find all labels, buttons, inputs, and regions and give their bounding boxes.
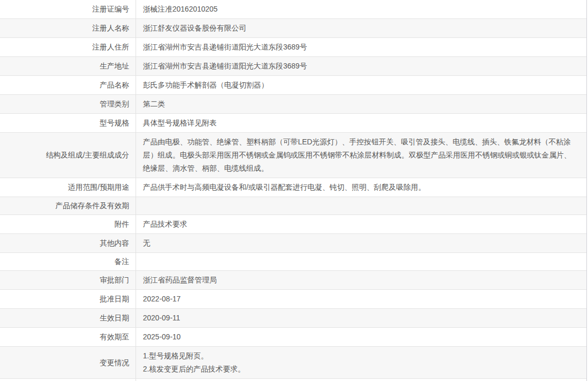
row-value: 1.型号规格见附页。 2.核发变更后的产品技术要求。 [136,347,586,378]
row-label: 附件 [0,215,136,233]
table-row-change-status: 变更情况 1.型号规格见附页。 2.核发变更后的产品技术要求。 [0,347,586,379]
row-value: 2025-09-10 [136,328,586,346]
table-row-note: 注 详情 [0,379,586,381]
table-row-certificate-number: 注册证编号 浙械注准20162010205 [0,0,586,19]
table-row-remarks: 备注 [0,253,586,271]
row-value: 第二类 [136,95,586,113]
table-row-expiry-date: 有效期至 2025-09-10 [0,328,586,347]
row-label: 有效期至 [0,328,136,346]
table-row-registrant-name: 注册人名称 浙江舒友仪器设备股份有限公司 [0,19,586,38]
row-label: 适用范围/预期用途 [0,178,136,197]
row-label: 注册人住所 [0,38,136,56]
table-row-structure-composition: 结构及组成/主要组成成分 产品由电极、功能管、绝缘管、塑料柄部（可带LED光源灯… [0,133,586,178]
row-label: 型号规格 [0,114,136,132]
table-row-management-category: 管理类别 第二类 [0,95,586,114]
row-label: 注 [0,379,136,381]
row-label: 产品名称 [0,76,136,94]
row-value: 浙江舒友仪器设备股份有限公司 [136,19,586,37]
row-label: 其他内容 [0,234,136,252]
row-value: 产品技术要求 [136,215,586,233]
row-label: 备注 [0,253,136,270]
row-label: 管理类别 [0,95,136,113]
row-value: 彭氏多功能手术解剖器（电凝切割器） [136,76,586,94]
row-value: 产品供手术时与高频电凝设备和/或吸引器配套进行电凝、钝切、照明、刮爬及吸除用。 [136,178,586,197]
row-value: 无 [136,234,586,252]
row-label: 注册人名称 [0,19,136,37]
table-row-product-name: 产品名称 彭氏多功能手术解剖器（电凝切割器） [0,76,586,95]
table-row-other-content: 其他内容 无 [0,234,586,253]
table-row-effective-date: 生效日期 2020-09-11 [0,309,586,328]
row-value: 2020-09-11 [136,309,586,327]
row-value [136,259,586,265]
row-value: 详情 [136,379,586,381]
table-row-approval-department: 审批部门 浙江省药品监督管理局 [0,271,586,290]
row-value: 浙江省药品监督管理局 [136,271,586,289]
table-row-storage-validity: 产品储存条件及有效期 [0,197,586,215]
row-value: 浙江省湖州市安吉县递铺街道阳光大道东段3689号 [136,57,586,75]
table-row-production-address: 生产地址 浙江省湖州市安吉县递铺街道阳光大道东段3689号 [0,57,586,76]
row-value [136,203,586,209]
table-row-attachments: 附件 产品技术要求 [0,215,586,234]
registration-info-table: 注册证编号 浙械注准20162010205 注册人名称 浙江舒友仪器设备股份有限… [0,0,587,381]
table-row-approval-date: 批准日期 2022-08-17 [0,290,586,309]
row-value: 2022-08-17 [136,290,586,308]
table-row-model-spec: 型号规格 具体型号规格详见附表 [0,114,586,133]
row-value: 产品由电极、功能管、绝缘管、塑料柄部（可带LED光源灯）、手控按钮开关、吸引管及… [136,133,586,178]
row-value: 浙江省湖州市安吉县递铺街道阳光大道东段3689号 [136,38,586,56]
row-label: 结构及组成/主要组成成分 [0,133,136,178]
table-row-intended-use: 适用范围/预期用途 产品供手术时与高频电凝设备和/或吸引器配套进行电凝、钝切、照… [0,178,586,197]
row-value: 浙械注准20162010205 [136,0,586,18]
page: 注册证编号 浙械注准20162010205 注册人名称 浙江舒友仪器设备股份有限… [0,0,588,381]
row-label: 审批部门 [0,271,136,289]
row-label: 生产地址 [0,57,136,75]
table-row-registrant-address: 注册人住所 浙江省湖州市安吉县递铺街道阳光大道东段3689号 [0,38,586,57]
row-label: 批准日期 [0,290,136,308]
row-label: 变更情况 [0,347,136,378]
row-label: 产品储存条件及有效期 [0,197,136,214]
row-value: 具体型号规格详见附表 [136,114,586,132]
row-label: 生效日期 [0,309,136,327]
row-label: 注册证编号 [0,0,136,18]
